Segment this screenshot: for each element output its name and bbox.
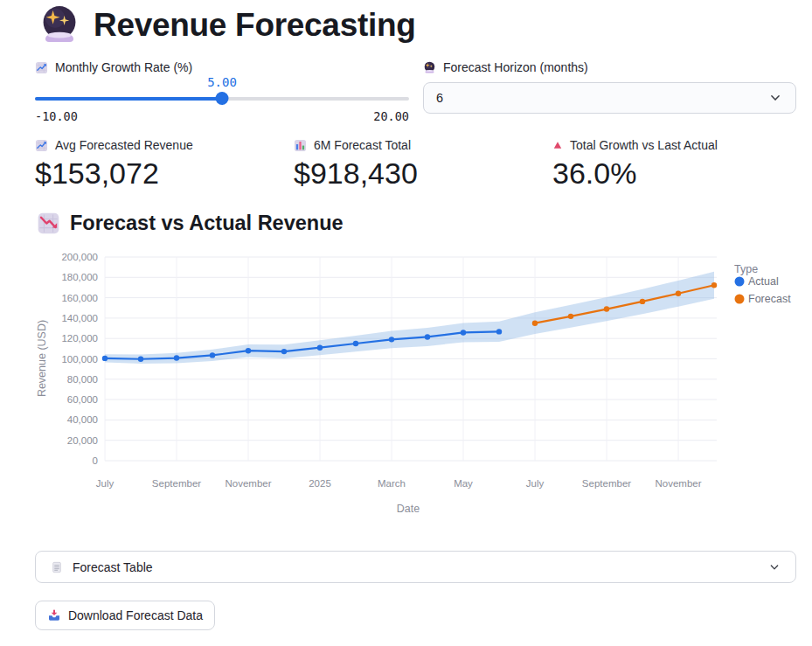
y-tick-label: 60,000 [67,394,98,405]
x-tick-label: May [454,478,473,489]
legend-swatch-actual[interactable] [735,277,745,287]
metric-6m-forecast-total: 6M Forecast Total $918,430 [294,138,543,191]
metric-label: 6M Forecast Total [294,138,543,152]
growth-slider-label: Monthly Growth Rate (%) [35,60,192,74]
chart-decreasing-icon [37,212,60,235]
actual-point [210,352,215,358]
metric-label-text: 6M Forecast Total [314,138,411,152]
growth-rate-slider[interactable]: 5.00 -10.00 20.00 [35,75,409,124]
legend-label-forecast[interactable]: Forecast [748,293,791,305]
y-tick-label: 180,000 [61,272,98,282]
forecast-point [532,320,538,325]
forecast-horizon-value: 6 [436,91,443,105]
x-tick-label: November [655,478,701,489]
chart-section-title: Forecast vs Actual Revenue [70,212,344,235]
revenue-forecasting-app: Revenue Forecasting Monthly Growth Rate … [0,0,812,646]
actual-point [138,357,143,362]
horizon-select-label: Forecast Horizon (months) [423,60,588,74]
x-axis-title: Date [397,503,420,515]
forecast-horizon-select[interactable]: 6 [423,82,796,114]
metric-value: 36.0% [552,156,802,191]
legend-swatch-forecast[interactable] [735,295,745,304]
download-button-label: Download Forecast Data [68,608,203,622]
y-tick-label: 0 [93,455,98,466]
forecast-point [640,299,645,304]
legend-title: Type [734,263,758,275]
actual-point [246,348,251,353]
inbox-tray-icon [47,608,61,622]
chevron-down-icon [767,90,783,106]
y-tick-label: 140,000 [61,313,98,323]
actual-point [281,349,287,354]
y-tick-label: 80,000 [67,374,98,385]
actual-point [389,337,394,342]
x-tick-label: July [526,478,545,489]
y-tick-label: 120,000 [61,333,98,344]
metric-label-text: Avg Forecasted Revenue [55,138,193,152]
red-triangle-up-icon [552,140,563,150]
forecast-point [676,291,681,296]
download-forecast-data-button[interactable]: Download Forecast Data [35,601,215,630]
expander-label: Forecast Table [73,560,153,574]
y-tick-label: 100,000 [61,354,98,365]
page-icon [50,560,64,574]
slider-current-value: 5.00 [207,75,237,89]
y-tick-label: 40,000 [67,414,98,425]
bar-chart-icon [294,139,307,152]
x-tick-label: 2025 [309,478,331,489]
actual-point [102,356,108,361]
forecast-vs-actual-chart: 020,00040,00060,00080,000100,000120,0001… [35,250,804,526]
slider-max-label: 20.00 [373,109,409,123]
actual-point [353,341,358,346]
y-tick-label: 160,000 [61,293,98,303]
metric-label-text: Total Growth vs Last Actual [570,138,718,152]
y-tick-label: 20,000 [67,435,98,446]
x-tick-label: September [582,478,631,489]
x-tick-label: March [378,478,406,489]
crystal-ball-icon [38,4,80,46]
y-axis-title: Revenue (USD) [36,320,48,397]
metric-avg-forecasted-revenue: Avg Forecasted Revenue $153,072 [35,138,284,191]
actual-point [317,344,323,350]
slider-fill [35,97,222,101]
app-header: Revenue Forecasting [38,4,416,46]
actual-point [496,329,502,334]
x-tick-label: November [225,478,271,489]
metric-value: $153,072 [35,156,284,191]
forecast-table-expander[interactable]: Forecast Table [35,551,796,583]
slider-min-label: -10.00 [35,109,78,123]
chart-increasing-icon [35,61,48,74]
chart-increasing-icon [35,139,48,152]
metric-value: $918,430 [294,156,543,191]
x-tick-label: September [152,478,201,489]
crystal-ball-icon [423,61,436,74]
forecast-point [604,306,609,311]
metric-label: Total Growth vs Last Actual [552,138,802,152]
forecast-point [568,314,573,319]
horizon-select-label-text: Forecast Horizon (months) [443,60,588,74]
x-tick-label: July [96,478,115,489]
actual-point [461,330,466,335]
growth-slider-label-text: Monthly Growth Rate (%) [55,60,192,74]
actual-point [174,355,179,360]
y-tick-label: 200,000 [61,252,98,262]
metric-label: Avg Forecasted Revenue [35,138,284,152]
legend-label-actual[interactable]: Actual [748,275,779,288]
page-title: Revenue Forecasting [94,7,416,44]
chart-section-header: Forecast vs Actual Revenue [37,212,344,235]
slider-range-labels: -10.00 20.00 [35,109,409,123]
metric-total-growth: Total Growth vs Last Actual 36.0% [552,138,802,191]
confidence-band [105,272,714,364]
forecast-point [711,282,717,288]
actual-point [425,334,430,339]
chevron-down-icon [767,560,781,574]
slider-thumb[interactable] [216,92,229,105]
